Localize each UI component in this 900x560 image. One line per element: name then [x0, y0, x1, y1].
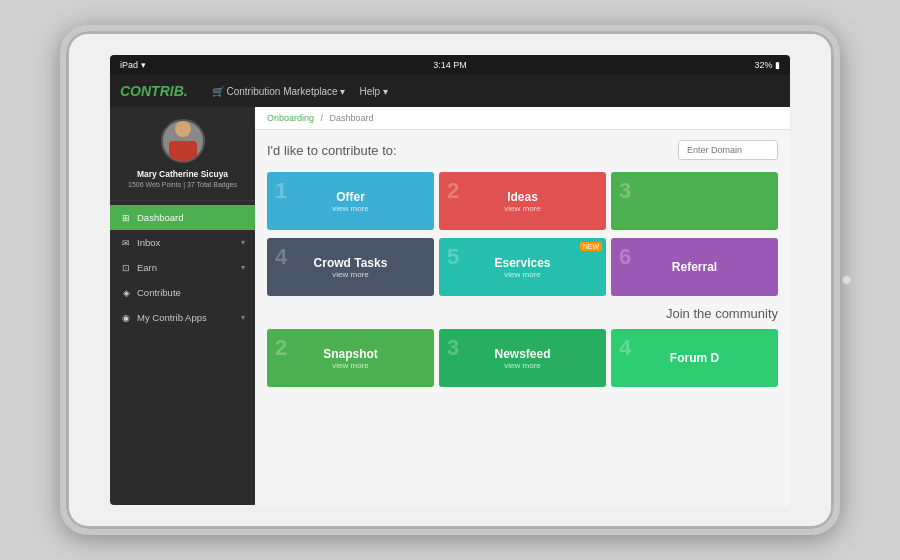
card-green1[interactable]: 3 [611, 172, 778, 230]
card-offer-sublabel: view more [332, 204, 368, 213]
card-crowd-sublabel: view more [332, 270, 368, 279]
card-eservices-label: Eservices [494, 256, 550, 270]
dashboard-icon: ⊞ [120, 213, 132, 223]
tablet-device: iPad ▾ 3:14 PM 32% ▮ CONTRIB. 🛒 Contribu… [60, 25, 840, 535]
card-crowd-label: Crowd Tasks [314, 256, 388, 270]
card-forum-number: 4 [619, 335, 631, 361]
content-body: I'd like to contribute to: 1 Offer view … [255, 130, 790, 505]
sidebar-item-contribute[interactable]: ◈ Contribute [110, 280, 255, 305]
domain-input[interactable] [678, 140, 778, 160]
cards-row-1: 1 Offer view more 2 Ideas view more 3 [267, 172, 778, 230]
new-badge: NEW [580, 242, 602, 251]
card-crowd-number: 4 [275, 244, 287, 270]
card-offer[interactable]: 1 Offer view more [267, 172, 434, 230]
card-snapshot-number: 2 [275, 335, 287, 361]
inbox-icon: ✉ [120, 238, 132, 248]
battery-indicator: 32% ▮ [754, 60, 780, 70]
breadcrumb-onboarding: Onboarding [267, 113, 314, 123]
card-crowd[interactable]: 4 Crowd Tasks view more [267, 238, 434, 296]
contribute-icon: ◈ [120, 288, 132, 298]
avatar [161, 119, 205, 163]
card-green1-number: 3 [619, 178, 631, 204]
card-ideas-label: Ideas [507, 190, 538, 204]
content-area: Onboarding / Dashboard I'd like to contr… [255, 107, 790, 505]
contribute-title: I'd like to contribute to: [267, 143, 397, 158]
card-newsfeed[interactable]: 3 Newsfeed view more [439, 329, 606, 387]
chevron-down-icon-apps: ▾ [241, 313, 245, 322]
card-eservices-number: 5 [447, 244, 459, 270]
card-newsfeed-label: Newsfeed [494, 347, 550, 361]
chevron-down-icon-earn: ▾ [241, 263, 245, 272]
home-button[interactable] [842, 275, 852, 285]
card-ideas-number: 2 [447, 178, 459, 204]
breadcrumb: Onboarding / Dashboard [255, 107, 790, 130]
card-forum-label: Forum D [670, 351, 719, 365]
cards-row-bottom: 2 Snapshot view more 3 Newsfeed view mor… [267, 329, 778, 387]
sidebar-item-earn[interactable]: ⊡ Earn ▾ [110, 255, 255, 280]
card-referral-number: 6 [619, 244, 631, 270]
earn-icon: ⊡ [120, 263, 132, 273]
sidebar-item-inbox[interactable]: ✉ Inbox ▾ [110, 230, 255, 255]
card-snapshot-sublabel: view more [332, 361, 368, 370]
status-time: 3:14 PM [433, 60, 467, 70]
card-newsfeed-sublabel: view more [504, 361, 540, 370]
card-referral[interactable]: 6 Referral [611, 238, 778, 296]
status-right: 32% ▮ [754, 60, 780, 70]
logo: CONTRIB. [120, 83, 188, 99]
sidebar-item-dashboard[interactable]: ⊞ Dashboard [110, 205, 255, 230]
card-ideas-sublabel: view more [504, 204, 540, 213]
breadcrumb-dashboard: Dashboard [330, 113, 374, 123]
card-eservices-sublabel: view more [504, 270, 540, 279]
card-newsfeed-number: 3 [447, 335, 459, 361]
apps-icon: ◉ [120, 313, 132, 323]
sidebar: Mary Catherine Sicuya 1506 Web Points | … [110, 107, 255, 505]
chevron-down-icon: ▾ [241, 238, 245, 247]
avatar-head [175, 121, 191, 137]
nav-marketplace[interactable]: 🛒 Contribution Marketplace ▾ [212, 86, 346, 97]
sidebar-item-apps[interactable]: ◉ My Contrib Apps ▾ [110, 305, 255, 330]
main-area: Mary Catherine Sicuya 1506 Web Points | … [110, 107, 790, 505]
avatar-body [169, 141, 197, 161]
header-nav: 🛒 Contribution Marketplace ▾ Help ▾ [212, 86, 388, 97]
card-offer-number: 1 [275, 178, 287, 204]
community-title: Join the community [267, 306, 778, 321]
sidebar-label-contribute: Contribute [137, 287, 181, 298]
user-stats: 1506 Web Points | 37 Total Badges [118, 181, 247, 188]
card-snapshot-label: Snapshot [323, 347, 378, 361]
sidebar-label-dashboard: Dashboard [137, 212, 183, 223]
app-header: CONTRIB. 🛒 Contribution Marketplace ▾ He… [110, 75, 790, 107]
cards-row-2: 4 Crowd Tasks view more NEW 5 Eservices … [267, 238, 778, 296]
device-label: iPad ▾ [120, 60, 146, 70]
sidebar-label-earn: Earn [137, 262, 157, 273]
sidebar-menu: ⊞ Dashboard ✉ Inbox ▾ ⊡ Earn ▾ ◈ [110, 201, 255, 334]
user-name: Mary Catherine Sicuya [118, 169, 247, 179]
card-referral-label: Referral [672, 260, 717, 274]
card-forum[interactable]: 4 Forum D [611, 329, 778, 387]
status-left: iPad ▾ [120, 60, 146, 70]
card-snapshot[interactable]: 2 Snapshot view more [267, 329, 434, 387]
card-eservices[interactable]: NEW 5 Eservices view more [439, 238, 606, 296]
status-bar: iPad ▾ 3:14 PM 32% ▮ [110, 55, 790, 75]
card-offer-label: Offer [336, 190, 365, 204]
user-section: Mary Catherine Sicuya 1506 Web Points | … [110, 107, 255, 201]
card-ideas[interactable]: 2 Ideas view more [439, 172, 606, 230]
sidebar-label-apps: My Contrib Apps [137, 312, 207, 323]
nav-help[interactable]: Help ▾ [359, 86, 387, 97]
tablet-screen: iPad ▾ 3:14 PM 32% ▮ CONTRIB. 🛒 Contribu… [110, 55, 790, 505]
sidebar-label-inbox: Inbox [137, 237, 160, 248]
contribute-section: I'd like to contribute to: [267, 140, 778, 160]
